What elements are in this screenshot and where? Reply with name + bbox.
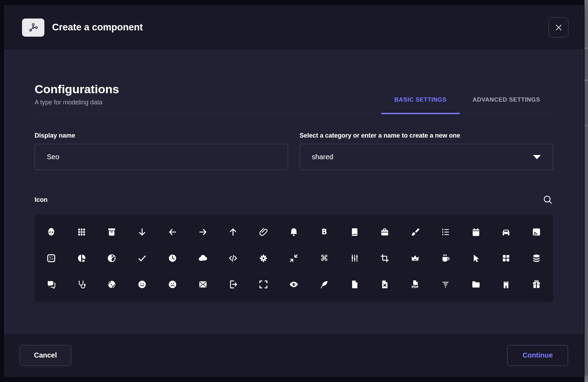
file-icon[interactable]	[339, 271, 370, 297]
cancel-button[interactable]: Cancel	[20, 345, 71, 366]
book-icon[interactable]	[339, 219, 370, 245]
discuss-icon[interactable]	[36, 271, 66, 297]
code-icon[interactable]	[218, 245, 249, 271]
calendar-icon[interactable]	[461, 219, 491, 245]
modal-body: Configurations A type for modeling data …	[4, 50, 584, 333]
bullet-list-icon[interactable]	[430, 219, 461, 245]
chevron-down-icon	[533, 155, 541, 159]
filter-icon[interactable]	[430, 271, 461, 297]
modal-footer: Cancel Continue	[4, 333, 584, 377]
expand-icon[interactable]	[248, 271, 279, 297]
category-select[interactable]: shared	[300, 144, 553, 170]
earth-icon[interactable]	[97, 271, 127, 297]
close-icon	[554, 23, 563, 32]
settings-tabs: BASIC SETTINGS ADVANCED SETTINGS	[381, 96, 553, 114]
display-name-input[interactable]	[35, 144, 288, 170]
chart-circle-icon[interactable]	[66, 245, 97, 271]
continue-button[interactable]: Continue	[507, 345, 568, 366]
cursor-icon[interactable]	[461, 245, 491, 271]
close-button[interactable]	[548, 17, 568, 37]
gift-icon[interactable]	[521, 271, 552, 297]
category-select-value: shared	[312, 153, 333, 161]
cast-icon[interactable]	[521, 219, 552, 245]
category-label: Select a category or enter a name to cre…	[300, 132, 553, 139]
attachment-icon[interactable]	[248, 219, 279, 245]
connector-icon[interactable]	[339, 245, 370, 271]
create-component-modal: Create a component Configurations A type…	[4, 5, 584, 377]
heading-row: Configurations A type for modeling data …	[35, 82, 553, 114]
svg-text:PDF: PDF	[411, 285, 419, 289]
folder-icon[interactable]	[461, 271, 491, 297]
feather-icon[interactable]	[309, 271, 339, 297]
svg-text:B: B	[321, 228, 327, 236]
file-pdf-icon[interactable]: PDF	[400, 271, 430, 297]
eye-icon[interactable]	[279, 271, 309, 297]
emotion-happy-icon[interactable]	[127, 271, 157, 297]
car-icon[interactable]	[491, 219, 521, 245]
tab-advanced-settings[interactable]: ADVANCED SETTINGS	[460, 96, 553, 114]
arrow-right-icon[interactable]	[188, 219, 218, 245]
chart-bubble-icon[interactable]	[36, 245, 66, 271]
arrow-left-icon[interactable]	[157, 219, 188, 245]
apps-icon[interactable]	[66, 219, 97, 245]
gate-icon[interactable]	[491, 271, 521, 297]
command-icon[interactable]: ⌘	[309, 245, 339, 271]
envelope-icon[interactable]	[188, 271, 218, 297]
icon-section-label: Icon	[35, 196, 48, 204]
crown-icon[interactable]	[400, 245, 430, 271]
bold-icon[interactable]: B	[309, 219, 339, 245]
section-title: Configurations	[35, 82, 119, 96]
arrow-down-icon[interactable]	[127, 219, 157, 245]
file-error-icon[interactable]	[370, 271, 400, 297]
cog-icon[interactable]	[248, 245, 279, 271]
database-icon[interactable]	[521, 245, 552, 271]
cup-icon[interactable]	[430, 245, 461, 271]
modal-title: Create a component	[52, 22, 143, 33]
briefcase-icon[interactable]	[370, 219, 400, 245]
exit-icon[interactable]	[218, 271, 249, 297]
check-icon[interactable]	[127, 245, 157, 271]
crop-icon[interactable]	[370, 245, 400, 271]
collapse-icon[interactable]	[279, 245, 309, 271]
form-row: Display name Select a category or enter …	[35, 132, 553, 170]
brush-icon[interactable]	[400, 219, 430, 245]
tab-basic-settings[interactable]: BASIC SETTINGS	[381, 96, 460, 114]
search-icon[interactable]	[543, 194, 553, 205]
archive-icon[interactable]	[97, 219, 127, 245]
icon-grid: B⌘PDF	[35, 214, 553, 302]
component-icon	[22, 19, 44, 37]
arrow-up-icon[interactable]	[218, 219, 249, 245]
emotion-unhappy-icon[interactable]	[157, 271, 188, 297]
dashboard-icon[interactable]	[491, 245, 521, 271]
display-name-label: Display name	[35, 132, 288, 139]
clock-icon[interactable]	[157, 245, 188, 271]
alien-icon[interactable]	[36, 219, 66, 245]
background-page-edge	[585, 0, 588, 382]
bell-icon[interactable]	[279, 219, 309, 245]
icon-picker-header: Icon	[35, 194, 553, 205]
svg-text:⌘: ⌘	[320, 254, 328, 263]
cloud-icon[interactable]	[188, 245, 218, 271]
doctor-icon[interactable]	[66, 271, 97, 297]
section-subtitle: A type for modeling data	[35, 99, 119, 106]
chart-pie-icon[interactable]	[97, 245, 127, 271]
modal-header: Create a component	[4, 5, 584, 50]
